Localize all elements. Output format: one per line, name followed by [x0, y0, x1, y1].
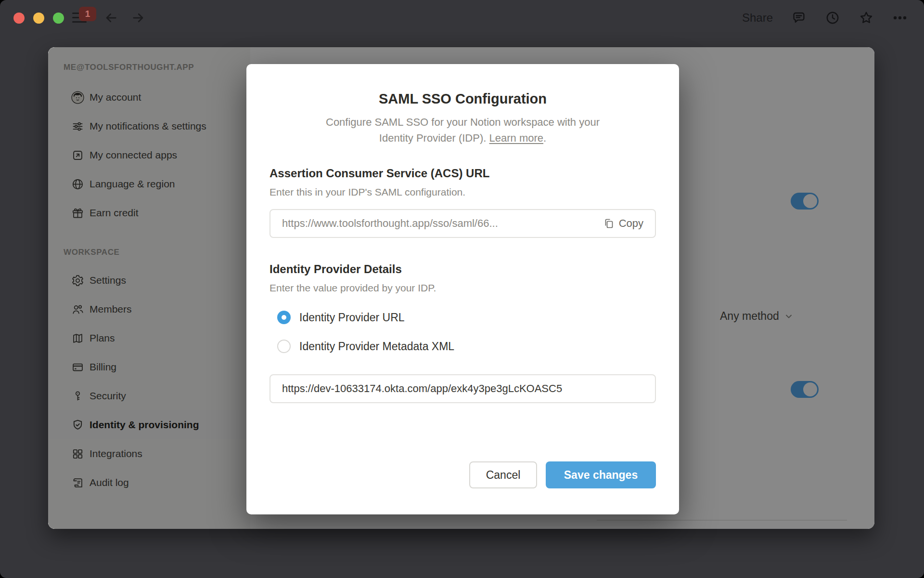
- share-button[interactable]: Share: [742, 11, 773, 25]
- back-arrow-icon[interactable]: [104, 11, 118, 25]
- acs-url-subheading: Enter this in your IDP's SAML configurat…: [270, 186, 656, 198]
- more-options-icon[interactable]: [892, 10, 908, 26]
- learn-more-link[interactable]: Learn more: [489, 132, 544, 144]
- favorite-star-icon[interactable]: [859, 10, 874, 26]
- updates-clock-icon[interactable]: [825, 10, 840, 26]
- idp-url-input-wrap: [270, 374, 656, 403]
- update-badge: 1: [79, 7, 96, 21]
- forward-arrow-icon[interactable]: [131, 11, 145, 25]
- close-window-button[interactable]: [13, 13, 25, 24]
- idp-url-input[interactable]: [282, 382, 643, 395]
- app-window: 1 Share: [0, 0, 924, 578]
- acs-url-heading: Assertion Consumer Service (ACS) URL: [270, 166, 656, 181]
- copy-button-label: Copy: [619, 217, 643, 230]
- idp-details-subheading: Enter the value provided by your IDP.: [270, 282, 656, 294]
- saml-sso-modal: SAML SSO Configuration Configure SAML SS…: [246, 64, 679, 514]
- modal-description: Configure SAML SSO for your Notion works…: [270, 114, 656, 146]
- radio-unselected-icon[interactable]: [277, 340, 291, 353]
- acs-url-field: https://www.toolsforthought.app/sso/saml…: [270, 209, 656, 238]
- zoom-window-button[interactable]: [53, 13, 64, 24]
- copy-button[interactable]: Copy: [603, 217, 643, 230]
- idp-details-heading: Identity Provider Details: [270, 262, 656, 276]
- radio-identity-provider-metadata-xml[interactable]: Identity Provider Metadata XML: [270, 336, 656, 357]
- cancel-button[interactable]: Cancel: [469, 461, 537, 488]
- save-changes-button[interactable]: Save changes: [546, 461, 656, 488]
- titlebar: 1 Share: [0, 0, 924, 47]
- modal-title: SAML SSO Configuration: [270, 90, 656, 107]
- radio-identity-provider-url[interactable]: Identity Provider URL: [270, 307, 656, 328]
- radio-selected-icon[interactable]: [277, 311, 291, 324]
- copy-icon: [603, 218, 615, 229]
- comments-icon[interactable]: [791, 10, 807, 26]
- sidebar-toggle-button[interactable]: 1: [72, 7, 91, 29]
- acs-url-value: https://www.toolsforthought.app/sso/saml…: [282, 217, 603, 230]
- traffic-lights: [13, 13, 64, 24]
- minimize-window-button[interactable]: [33, 13, 44, 24]
